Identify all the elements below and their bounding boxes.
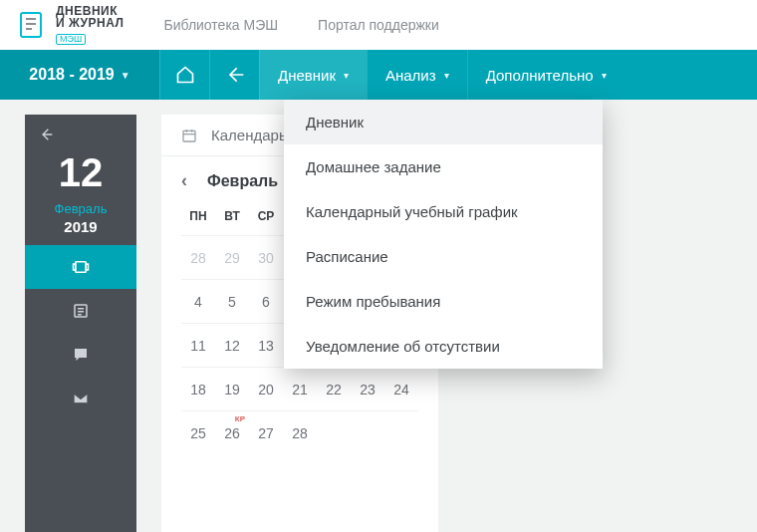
calendar-cell[interactable]: 28 [283, 410, 317, 454]
calendar-cell[interactable]: 30 [249, 235, 283, 279]
list-icon [72, 302, 90, 320]
svg-rect-11 [183, 131, 195, 141]
chevron-down-icon: ▾ [344, 70, 349, 81]
sidebar-day: 12 [25, 150, 136, 195]
month-label: Февраль [207, 172, 278, 190]
sidebar-back-button[interactable] [25, 115, 136, 154]
logo-text: ДНЕВНИК И ЖУРНАЛ МЭШ [56, 5, 124, 45]
logo-line2: И ЖУРНАЛ [56, 17, 124, 29]
nav-item-diary[interactable]: Дневник ▾ [259, 50, 367, 100]
prev-month-button[interactable]: ‹ [181, 170, 187, 191]
calendar-cell[interactable]: 12 [215, 323, 249, 367]
arrow-left-icon [225, 65, 245, 85]
dow: ПН [181, 209, 215, 223]
dow: СР [249, 209, 283, 223]
calendar-icon [181, 128, 197, 143]
home-button[interactable] [159, 50, 209, 100]
dropdown-item[interactable]: Уведомление об отсутствии [284, 324, 603, 369]
svg-rect-4 [76, 262, 87, 273]
calendar-cell[interactable]: 26КР [215, 410, 249, 454]
calendar-cell[interactable]: 25 [181, 410, 215, 454]
back-button[interactable] [209, 50, 259, 100]
calendar-cell[interactable]: 27 [249, 410, 283, 454]
arrow-left-icon [39, 127, 55, 142]
nav-item-analysis[interactable]: Анализ ▾ [367, 50, 467, 100]
nav-item-label: Анализ [385, 67, 436, 84]
chevron-down-icon: ▾ [602, 70, 607, 81]
nav-item-more[interactable]: Дополнительно ▾ [467, 50, 625, 100]
sidebar-icon-mail[interactable] [25, 377, 136, 420]
nav-item-label: Дневник [278, 67, 336, 84]
calendar-cell[interactable]: 13 [249, 323, 283, 367]
calendar-cell [317, 410, 351, 454]
dropdown-item[interactable]: Дневник [284, 100, 603, 144]
dow: ВТ [215, 209, 249, 223]
sidebar-month: Февраль [25, 201, 136, 216]
chevron-down-icon: ▾ [444, 70, 449, 81]
kp-badge: КР [235, 414, 245, 423]
calendar-cell [351, 410, 384, 454]
dropdown-item[interactable]: Расписание [284, 234, 603, 279]
year-label: 2018 - 2019 [29, 66, 114, 84]
calendar-cell[interactable]: 4 [181, 279, 215, 323]
calendar-cell[interactable]: 11 [181, 323, 215, 367]
year-selector[interactable]: 2018 - 2019 ▼ [0, 50, 159, 100]
sidebar-icon-cards[interactable] [25, 245, 136, 289]
top-header: ДНЕВНИК И ЖУРНАЛ МЭШ Библиотека МЭШ Порт… [0, 0, 757, 50]
logo-line3: МЭШ [56, 34, 86, 45]
svg-rect-6 [86, 264, 88, 270]
calendar-cell [384, 410, 418, 454]
cards-icon [71, 258, 91, 276]
diary-dropdown: Дневник Домашнее задание Календарный уче… [284, 100, 603, 369]
calendar-cell[interactable]: 6 [249, 279, 283, 323]
dropdown-item[interactable]: Домашнее задание [284, 144, 603, 189]
sidebar-year: 2019 [25, 218, 136, 235]
top-link-library[interactable]: Библиотека МЭШ [163, 17, 278, 33]
tab-calendar[interactable]: Календарь [211, 127, 287, 143]
calendar-cell[interactable]: 20 [249, 367, 283, 410]
sidebar-icon-chat[interactable] [25, 333, 136, 377]
chevron-down-icon: ▼ [121, 70, 130, 81]
calendar-cell[interactable]: 21 [283, 367, 317, 410]
calendar-cell[interactable]: 29 [215, 235, 249, 279]
sidebar-icon-list[interactable] [25, 289, 136, 333]
sidebar: 12 Февраль 2019 [25, 115, 136, 532]
chat-icon [72, 346, 90, 364]
logo-icon [18, 10, 48, 40]
dropdown-item[interactable]: Календарный учебный график [284, 189, 603, 234]
sidebar-icons [25, 245, 136, 420]
calendar-cell[interactable]: 23 [351, 367, 384, 410]
calendar-cell[interactable]: 19 [215, 367, 249, 410]
top-link-support[interactable]: Портал поддержки [318, 17, 439, 33]
nav-bar: 2018 - 2019 ▼ Дневник ▾ Анализ ▾ Дополни… [0, 50, 757, 100]
nav-item-label: Дополнительно [486, 67, 594, 84]
calendar-cell[interactable]: 18 [181, 367, 215, 410]
dropdown-item[interactable]: Режим пребывания [284, 279, 603, 324]
home-icon [175, 65, 195, 85]
mail-icon [72, 390, 90, 407]
svg-rect-5 [74, 264, 76, 270]
calendar-cell[interactable]: 24 [384, 367, 418, 410]
logo[interactable]: ДНЕВНИК И ЖУРНАЛ МЭШ [18, 5, 124, 45]
calendar-cell[interactable]: 5 [215, 279, 249, 323]
calendar-cell[interactable]: 22 [317, 367, 351, 410]
calendar-cell[interactable]: 28 [181, 235, 215, 279]
